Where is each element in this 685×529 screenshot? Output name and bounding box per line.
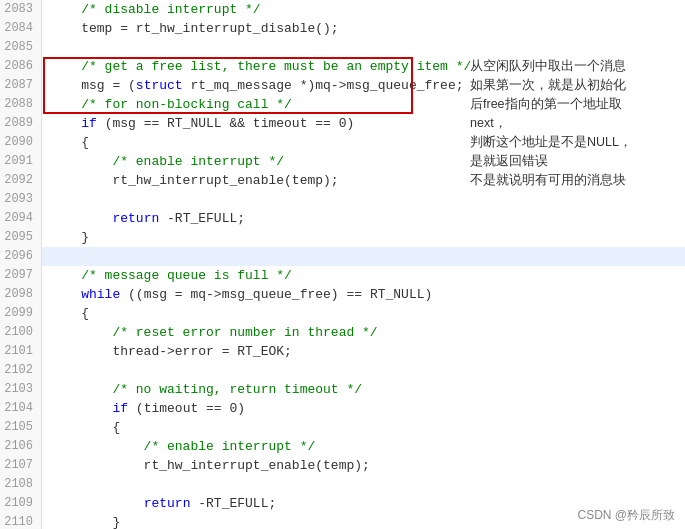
code-text xyxy=(42,38,685,57)
annotation-line: next， xyxy=(470,114,680,133)
annotation-line: 判断这个地址是不是NULL， xyxy=(470,133,680,152)
line-number: 2091 xyxy=(0,152,42,171)
code-row: 2106 /* enable interrupt */ xyxy=(0,437,685,456)
line-number: 2109 xyxy=(0,494,42,513)
code-row: 2085 xyxy=(0,38,685,57)
line-number: 2092 xyxy=(0,171,42,190)
code-row: 2102 xyxy=(0,361,685,380)
code-row: 2094 return -RT_EFULL; xyxy=(0,209,685,228)
line-number: 2086 xyxy=(0,57,42,76)
code-text: return -RT_EFULL; xyxy=(42,209,685,228)
code-text: /* enable interrupt */ xyxy=(42,437,685,456)
line-number: 2083 xyxy=(0,0,42,19)
code-row: 2093 xyxy=(0,190,685,209)
line-number: 2099 xyxy=(0,304,42,323)
code-row: 2096 xyxy=(0,247,685,266)
line-number: 2102 xyxy=(0,361,42,380)
line-number: 2105 xyxy=(0,418,42,437)
code-row: 2104 if (timeout == 0) xyxy=(0,399,685,418)
code-row: 2098 while ((msg = mq->msg_queue_free) =… xyxy=(0,285,685,304)
code-row: 2084 temp = rt_hw_interrupt_disable(); xyxy=(0,19,685,38)
code-row: 2101 thread->error = RT_EOK; xyxy=(0,342,685,361)
line-number: 2087 xyxy=(0,76,42,95)
code-text: while ((msg = mq->msg_queue_free) == RT_… xyxy=(42,285,685,304)
code-row: 2100 /* reset error number in thread */ xyxy=(0,323,685,342)
line-number: 2096 xyxy=(0,247,42,266)
line-number: 2093 xyxy=(0,190,42,209)
line-number: 2088 xyxy=(0,95,42,114)
annotation-line: 如果第一次，就是从初始化 xyxy=(470,76,680,95)
line-number: 2090 xyxy=(0,133,42,152)
code-row: 2097 /* message queue is full */ xyxy=(0,266,685,285)
code-row: 2108 xyxy=(0,475,685,494)
code-text xyxy=(42,475,685,494)
annotation-line: 后free指向的第一个地址取 xyxy=(470,95,680,114)
annotation-line: 是就返回错误 xyxy=(470,152,680,171)
code-row: 2099 { xyxy=(0,304,685,323)
code-text: /* reset error number in thread */ xyxy=(42,323,685,342)
line-number: 2104 xyxy=(0,399,42,418)
annotation-line: 不是就说明有可用的消息块 xyxy=(470,171,680,190)
code-row: 2103 /* no waiting, return timeout */ xyxy=(0,380,685,399)
code-text: /* message queue is full */ xyxy=(42,266,685,285)
line-number: 2094 xyxy=(0,209,42,228)
code-text: rt_hw_interrupt_enable(temp); xyxy=(42,456,685,475)
code-text: { xyxy=(42,304,685,323)
code-text: /* no waiting, return timeout */ xyxy=(42,380,685,399)
code-text: if (timeout == 0) xyxy=(42,399,685,418)
code-text: { xyxy=(42,418,685,437)
code-container: 2083 /* disable interrupt */2084 temp = … xyxy=(0,0,685,529)
code-row: 2105 { xyxy=(0,418,685,437)
line-number: 2089 xyxy=(0,114,42,133)
line-number: 2106 xyxy=(0,437,42,456)
line-number: 2095 xyxy=(0,228,42,247)
code-row: 2083 /* disable interrupt */ xyxy=(0,0,685,19)
line-number: 2097 xyxy=(0,266,42,285)
line-number: 2101 xyxy=(0,342,42,361)
code-text xyxy=(42,190,685,209)
code-text: } xyxy=(42,228,685,247)
code-text: temp = rt_hw_interrupt_disable(); xyxy=(42,19,685,38)
code-row: 2107 rt_hw_interrupt_enable(temp); xyxy=(0,456,685,475)
line-number: 2103 xyxy=(0,380,42,399)
annotation-line: 从空闲队列中取出一个消息 xyxy=(470,57,680,76)
watermark: CSDN @矜辰所致 xyxy=(577,507,675,524)
code-row: 2095 } xyxy=(0,228,685,247)
code-text xyxy=(42,361,685,380)
line-number: 2108 xyxy=(0,475,42,494)
code-text: thread->error = RT_EOK; xyxy=(42,342,685,361)
line-number: 2098 xyxy=(0,285,42,304)
line-number: 2084 xyxy=(0,19,42,38)
line-number: 2110 xyxy=(0,513,42,529)
annotation-box: 从空闲队列中取出一个消息如果第一次，就是从初始化后free指向的第一个地址取ne… xyxy=(470,57,680,190)
line-number: 2085 xyxy=(0,38,42,57)
line-number: 2100 xyxy=(0,323,42,342)
code-text xyxy=(42,247,685,266)
code-text: /* disable interrupt */ xyxy=(42,0,685,19)
line-number: 2107 xyxy=(0,456,42,475)
